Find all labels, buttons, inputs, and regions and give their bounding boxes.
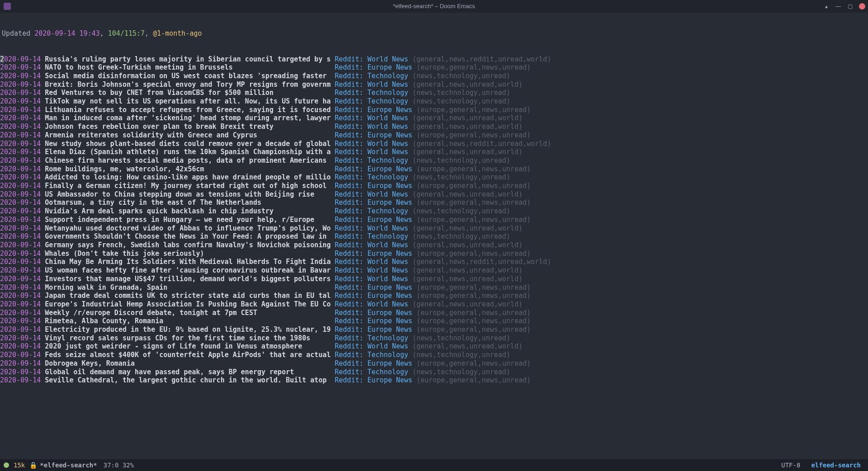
feed-entry[interactable]: 2020-09-14 Ootmarsum, a tiny city in the… — [0, 198, 868, 207]
entry-title: Vinyl record sales surpass CDs for the f… — [45, 334, 330, 342]
entry-title: Social media disinformation on US west c… — [45, 72, 330, 80]
feed-entry[interactable]: 2020-09-14 Vinyl record sales surpass CD… — [0, 334, 868, 343]
feed-entry[interactable]: 2020-09-14 Electricity produced in the E… — [0, 325, 868, 334]
feed-entry[interactable]: 2020-09-14 Man in induced coma after 'si… — [0, 114, 868, 122]
feed-entry[interactable]: 2020-09-14 Morning walk in Granada, Spai… — [0, 283, 868, 292]
feed-entry[interactable]: 2020-09-14 Elena Diaz (Spanish athlete) … — [0, 148, 868, 156]
entry-tags: (news,technology,unread) — [412, 173, 510, 181]
feed-entry[interactable]: 2020-09-14 China May Be Arming Its Soldi… — [0, 258, 868, 266]
entry-tags: (europe,general,news,unread) — [416, 216, 531, 224]
entry-date: 2020-09-14 — [0, 114, 41, 122]
feed-entry[interactable]: 2020-09-14 Global oil demand may have pa… — [0, 368, 868, 377]
entry-feed: Reddit: World News — [335, 190, 409, 198]
feed-entry[interactable]: 2020-09-14 Russia's ruling party loses m… — [0, 55, 868, 64]
caret-up-icon[interactable]: ▴ — [824, 4, 829, 9]
entry-feed: Reddit: Technology — [335, 89, 409, 97]
entry-date: 2020-09-14 — [0, 165, 41, 173]
feed-entry[interactable]: 2020-09-14 Red Ventures to buy CNET from… — [0, 89, 868, 97]
modeline: 15k 🔒 *elfeed-search* 37:0 32% UTF-8 elf… — [0, 459, 868, 471]
entry-title: Dobrogea Keys, Romania — [45, 359, 330, 367]
feed-entry[interactable]: 2020-09-14 TikTok may not sell its US op… — [0, 97, 868, 106]
entry-date: 2020-09-14 — [0, 72, 41, 80]
feed-entry[interactable]: 2020-09-14 New study shows plant-based d… — [0, 140, 868, 148]
feed-entry[interactable]: 2020-09-14 Support independent press in … — [0, 216, 868, 224]
entry-tags: (general,news,reddit,unread,world) — [412, 140, 551, 148]
entry-date: 2020-09-14 — [0, 89, 41, 97]
feed-entry[interactable]: 2020-09-14 US Ambassador to China steppi… — [0, 190, 868, 199]
feed-entry[interactable]: 2020-09-14 Dobrogea Keys, Romania Reddit… — [0, 359, 868, 368]
feed-entry[interactable]: 2020-09-14 Rome buildings, me, watercolo… — [0, 165, 868, 174]
entry-date: 2020-09-14 — [0, 106, 41, 114]
entry-feed: Reddit: Europe News — [335, 106, 413, 114]
feed-entry[interactable]: 2020-09-14 Netanyahu used doctored video… — [0, 224, 868, 233]
feed-entry[interactable]: 2020-09-14 Chinese firm harvests social … — [0, 156, 868, 165]
entry-title: Lithuania refuses to accept refugees fro… — [45, 106, 330, 114]
entry-date: 2020-09-14 — [0, 140, 41, 148]
modeline-major-mode: elfeed-search — [811, 461, 861, 470]
feed-entry[interactable]: 2020-09-14 Nvidia's Arm deal sparks quic… — [0, 207, 868, 216]
feed-entry[interactable]: 2020-09-14 2020 just got weirder - signs… — [0, 342, 868, 351]
entry-date: 2020-09-14 — [0, 317, 41, 325]
entry-tags: (general,news,unread,world) — [412, 122, 523, 131]
feed-entry[interactable]: 2020-09-14 Social media disinformation o… — [0, 72, 868, 80]
entry-date: 2020-09-14 — [0, 376, 41, 384]
entry-date: 2020-09-14 — [0, 359, 41, 367]
entry-date: 2020-09-14 — [0, 63, 41, 71]
feed-entry-list: 2020-09-14 Russia's ruling party loses m… — [0, 55, 868, 385]
entry-title: Morning walk in Granada, Spain — [45, 283, 330, 292]
entry-date: 2020-09-14 — [0, 80, 41, 89]
entry-feed: Reddit: Europe News — [335, 283, 413, 292]
entry-tags: (europe,general,news,unread) — [416, 131, 531, 139]
feed-entry[interactable]: 2020-09-14 Brexit: Boris Johnson's speci… — [0, 80, 868, 89]
entry-feed: Reddit: Europe News — [335, 198, 413, 207]
feed-entry[interactable]: 2020-09-14 Whales (Don't take this joke … — [0, 250, 868, 258]
close-icon[interactable] — [859, 3, 865, 9]
feed-entry[interactable]: 2020-09-14 NATO to host Greek-Turkish me… — [0, 63, 868, 72]
entry-tags: (news,technology,unread) — [412, 351, 510, 359]
maximize-icon[interactable]: ▢ — [847, 4, 853, 9]
feed-entry[interactable]: 2020-09-14 Addicted to losing: How casin… — [0, 173, 868, 182]
feed-entry[interactable]: 2020-09-14 Rimetea, Alba County, Romania… — [0, 317, 868, 325]
entry-feed: Reddit: Europe News — [335, 131, 413, 139]
feed-entry[interactable]: 2020-09-14 Europe's Industrial Hemp Asso… — [0, 300, 868, 309]
entry-title: Russia's ruling party loses majority in … — [45, 55, 330, 63]
feed-entry[interactable]: 2020-09-14 Johnson faces rebellion over … — [0, 122, 868, 131]
entry-tags: (general,news,unread,world) — [412, 80, 523, 89]
entry-feed: Reddit: Europe News — [335, 182, 413, 190]
feed-entry[interactable]: 2020-09-14 Governments Shouldn't Choose … — [0, 232, 868, 241]
feed-entry[interactable]: 2020-09-14 Investors that manage US$47 t… — [0, 275, 868, 283]
feed-entry[interactable]: 2020-09-14 Finally a German citizen! My … — [0, 182, 868, 190]
entry-date: 2020-09-14 — [0, 55, 41, 63]
entry-feed: Reddit: Technology — [335, 173, 409, 181]
entry-date: 2020-09-14 — [0, 198, 41, 207]
entry-date: 2020-09-14 — [0, 207, 41, 215]
entry-date: 2020-09-14 — [0, 241, 41, 249]
entry-feed: Reddit: Europe News — [335, 359, 413, 367]
entry-title: Red Ventures to buy CNET from ViacomCBS … — [45, 89, 330, 97]
entry-tags: (europe,general,news,unread) — [416, 198, 531, 207]
feed-entry[interactable]: 2020-09-14 Feds seize almost $400K of 'c… — [0, 351, 868, 359]
entry-title: Electricity produced in the EU: 9% based… — [45, 325, 330, 334]
entry-title: Europe's Industrial Hemp Association Is … — [45, 300, 330, 308]
entry-title: Feds seize almost $400K of 'counterfeit … — [45, 351, 330, 359]
feed-entry[interactable]: 2020-09-14 US woman faces hefty fine aft… — [0, 266, 868, 275]
entry-feed: Reddit: Technology — [335, 232, 409, 240]
feed-entry[interactable]: 2020-09-14 Lithuania refuses to accept r… — [0, 106, 868, 114]
entry-date: 2020-09-14 — [0, 292, 41, 300]
entry-feed: Reddit: World News — [335, 266, 409, 274]
entry-feed: Reddit: Europe News — [335, 376, 413, 384]
feed-entry[interactable]: 2020-09-14 Seville Cathedral, the larges… — [0, 376, 868, 385]
feed-entry[interactable]: 2020-09-14 Weekly /r/europe Discord deba… — [0, 309, 868, 317]
minimize-icon[interactable]: — — [835, 4, 841, 9]
entry-feed: Reddit: World News — [335, 300, 409, 308]
feed-entry[interactable]: 2020-09-14 Japan trade deal commits UK t… — [0, 292, 868, 300]
app-icon — [4, 3, 11, 10]
entry-tags: (general,news,unread,world) — [412, 266, 523, 274]
entry-date: 2020-09-14 — [0, 258, 41, 266]
entry-title: Governments Shouldn't Choose the News in… — [45, 232, 330, 240]
feed-entry[interactable]: 2020-09-14 Germany says French, Swedish … — [0, 241, 868, 250]
entry-feed: Reddit: Europe News — [335, 317, 413, 325]
entry-title: Rimetea, Alba County, Romania — [45, 317, 330, 325]
feed-entry[interactable]: 2020-09-14 Armenia reiterates solidarity… — [0, 131, 868, 140]
entry-date: 2020-09-14 — [0, 342, 41, 350]
